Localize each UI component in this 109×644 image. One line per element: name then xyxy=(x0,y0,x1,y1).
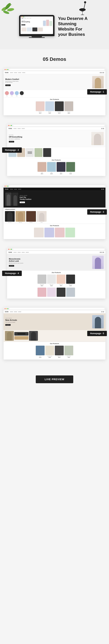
hp4-shop-btn[interactable]: Shop Now xyxy=(9,265,14,267)
hp4-product-img-r1-4 xyxy=(66,274,75,284)
hp4-product-r2-4 xyxy=(66,288,75,297)
product-img-4 xyxy=(64,102,73,111)
hp5-shop-btn[interactable]: Shop Now xyxy=(5,324,11,326)
maximize-dot-4 xyxy=(11,249,12,250)
hp2-product-img-2 xyxy=(47,162,56,172)
hp4-product-img-r1-2 xyxy=(47,274,56,284)
nav-logo-2: Grelle xyxy=(9,128,12,129)
hp3-cat-4: Dress xyxy=(37,211,47,223)
hp2-product-name-2: Jeans xyxy=(51,172,53,173)
hp5-sub-hero-2 xyxy=(29,331,38,341)
hp2-shop-btn[interactable]: Shop Now xyxy=(9,141,14,142)
minimize-dot-2 xyxy=(10,125,11,126)
browser-bar-4 xyxy=(7,248,105,251)
svg-point-5 xyxy=(84,1,86,3)
hp5-products-title: Our Products xyxy=(4,342,105,345)
hp5-product-price-1: $79.99 xyxy=(39,357,41,358)
hero-title: You Deserve A Stunning Website For your … xyxy=(58,16,90,37)
hp5-product-name-2: Cream Hoodie xyxy=(47,356,52,356)
url-bar-2 xyxy=(13,125,104,126)
hp2-products-title: Our Products xyxy=(7,158,105,161)
demo-1-label: Homepage - 1 xyxy=(87,89,107,94)
nav-links-3 xyxy=(10,189,21,190)
hp4-products-row2 xyxy=(7,287,105,298)
hp2-hero-sub: Best deals on selected items xyxy=(9,138,91,140)
hp5-product-price-2: $39.99 xyxy=(49,357,51,358)
hp5-product-2: Cream Hoodie $39.99 xyxy=(45,346,54,358)
hp4-hero-sub: Minimalist fashion for every occasion xyxy=(9,262,92,264)
search-icon-4 xyxy=(100,252,101,253)
demo-3-wrapper: Grelle xyxy=(4,185,105,239)
hp4-product-price-r1-2: $34.99 xyxy=(50,285,53,286)
hp2-product-name-1: Coat xyxy=(41,172,43,173)
nav-links-5 xyxy=(10,312,21,312)
url-bar-3 xyxy=(10,186,104,187)
product-img-3 xyxy=(55,102,64,111)
hp1-products-grid: Pink Top $29.99 Blue Top $34.99 Sunglass… xyxy=(4,101,105,115)
minimize-dot-3 xyxy=(6,186,7,186)
url-bar-5 xyxy=(10,308,104,310)
hp2-product-name-4: Jacket xyxy=(70,172,72,173)
hp5-sub-hero-accessories xyxy=(14,331,29,341)
hp2-product-img-4 xyxy=(66,162,75,172)
hp5-hero-badge: Latest Collection xyxy=(5,318,92,319)
hp1-shop-btn[interactable]: Shop Now xyxy=(5,84,11,86)
product-price-3: $19.99 xyxy=(58,113,60,114)
hp3-hero-text: SPECIAL OFFERS Feel TheTrendy Fashion Sh… xyxy=(20,195,104,204)
category-coats-label: Coats xyxy=(21,96,23,96)
demo-2-label: Homepage - 2 xyxy=(2,148,22,153)
hp3-shop-btn[interactable]: Shop Now xyxy=(20,202,25,203)
hp4-product-r2-2 xyxy=(47,288,56,297)
nav-bar-5: Grelle xyxy=(4,310,105,313)
category-bags-label: Bags xyxy=(16,96,18,96)
live-preview-button[interactable]: LIVE PREVIEW xyxy=(36,376,73,383)
hp3-product-4 xyxy=(65,228,75,237)
hp5-product-1: Jacket $79.99 xyxy=(36,346,45,358)
hp4-product-r1-2: White Shirt $34.99 xyxy=(47,274,56,286)
hp3-cat-img-2 xyxy=(16,211,25,222)
category-tops-label: Tops xyxy=(6,96,8,96)
hp4-hero-text: MonochromicActive Look Minimalist fashio… xyxy=(9,258,92,267)
cart-icon xyxy=(101,72,102,73)
nav-icons xyxy=(100,72,104,73)
hp5-product-img-1 xyxy=(36,346,45,355)
hp2-product-4: Jacket $74.99 xyxy=(66,162,75,174)
hp2-product-img-3 xyxy=(57,162,65,172)
hp3-product-2 xyxy=(44,228,54,237)
hp4-products-row1: Gray Jacket $69.99 White Shirt $34.99 Cr… xyxy=(7,274,105,287)
hp3-hero-images-left xyxy=(5,192,18,206)
hp3-cat-img-4 xyxy=(37,211,47,222)
hp2-product-3: Shorts $29.99 xyxy=(57,162,65,174)
hp2-product-img-c xyxy=(26,148,34,157)
nav-link-3a xyxy=(10,189,13,190)
hp2-hero-image xyxy=(91,132,104,145)
product-name-3: Sunglasses xyxy=(58,112,61,112)
minimize-dot xyxy=(6,69,7,70)
hp4-product-r1-4: Black Pants $49.99 xyxy=(66,274,75,286)
hp3-cat-label-3: Backpack xyxy=(30,222,33,223)
hp5-sub-hero-1 xyxy=(5,331,14,341)
category-coats: Coats xyxy=(20,91,24,96)
demo-5-wrapper: Grelle Latest Collection New Arrivals Fr… xyxy=(4,307,105,360)
hp1-hero-title: Modern Comfort xyxy=(5,78,92,80)
product-item-1: Pink Top $29.99 xyxy=(36,102,45,114)
hp2-product-price-2: $54.99 xyxy=(50,173,53,174)
product-name-4: Trousers xyxy=(67,112,70,112)
hero-section: Grelle Sale 50% Off Everything Shop Now xyxy=(0,0,109,50)
hp3-cat-1: Black Top xyxy=(5,211,15,223)
nav-icons-2 xyxy=(101,128,104,129)
hp4-hero-banner: MonochromicActive Look Minimalist fashio… xyxy=(7,254,105,271)
hp5-sunglasses-img xyxy=(14,332,29,336)
cart-icon-2 xyxy=(103,128,104,129)
product-item-3: Sunglasses $19.99 xyxy=(55,102,64,114)
hp3-product-1 xyxy=(34,228,44,237)
demo-2-screenshot: Grelle Sale 50% Off Everything Best deal… xyxy=(7,124,105,176)
demo-5-label: Homepage - 5 xyxy=(87,331,107,336)
nav-icons-4 xyxy=(100,252,104,253)
user-icon xyxy=(103,72,104,73)
nav-link xyxy=(14,72,17,73)
hp5-product-name-1: Jacket xyxy=(39,356,41,356)
hp4-product-price-r1-3: $29.99 xyxy=(60,285,62,286)
user-icon-4 xyxy=(103,252,104,253)
close-dot-5 xyxy=(5,308,6,309)
